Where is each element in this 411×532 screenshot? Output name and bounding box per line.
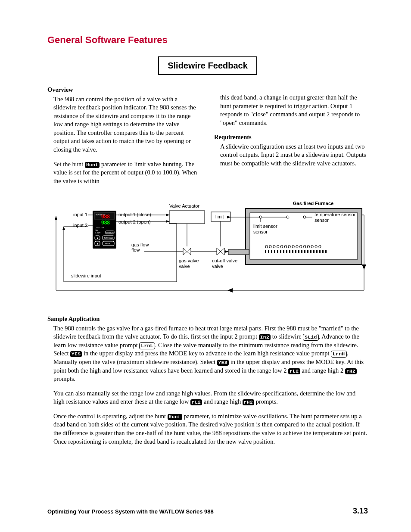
yes-chip: YES bbox=[70, 351, 82, 357]
overview-p3: this dead band, a change in output great… bbox=[220, 93, 368, 127]
svg-text:flow: flow bbox=[131, 247, 140, 252]
diagram: Gas-fired Furnace o o o o o o o o o o o … bbox=[47, 200, 368, 304]
temp-sensor-label: temperature sensor bbox=[314, 212, 356, 217]
svg-text:sensor: sensor bbox=[314, 218, 329, 223]
svg-text:▲: ▲ bbox=[96, 236, 99, 240]
overview-p2a: Set the hunt bbox=[53, 161, 85, 168]
valve-actuator-label: Valve Actuator bbox=[169, 203, 199, 208]
svg-text:988: 988 bbox=[101, 214, 110, 220]
svg-text:988: 988 bbox=[101, 220, 110, 226]
svg-text:MODE: MODE bbox=[105, 243, 110, 245]
sample-application: Sample Application The 988 controls the … bbox=[47, 315, 368, 446]
requirements-heading: Requirements bbox=[214, 133, 368, 142]
sample-p3: Once the control is operating, adjust th… bbox=[53, 412, 368, 446]
sample-p1: The 988 controls the gas valve for a gas… bbox=[53, 324, 368, 383]
svg-point-35 bbox=[303, 216, 306, 218]
furnace-title: Gas-fired Furnace bbox=[293, 201, 333, 206]
input1-label: input 1 bbox=[73, 212, 87, 217]
input2-label: input 2 bbox=[73, 223, 87, 228]
page: General Software Features Slidewire Feed… bbox=[0, 0, 411, 532]
overview-heading: Overview bbox=[47, 86, 201, 94]
rh2-chip-2: rH2 bbox=[243, 399, 254, 405]
gas-flow-label: gas flow bbox=[131, 242, 149, 247]
cutoff-label: cut-off valve bbox=[212, 258, 237, 263]
boxed-heading: Slidewire Feedback bbox=[158, 56, 257, 75]
output1-label: output 1 (close) bbox=[118, 212, 151, 217]
svg-text:DISPLAY: DISPLAY bbox=[106, 232, 114, 234]
slidewire-input-label: slidewire input bbox=[71, 273, 101, 278]
hunt-chip-2: Hunt bbox=[168, 414, 182, 420]
valve-actuator-rect bbox=[169, 211, 205, 224]
lrnl-chip: LrnL bbox=[139, 342, 155, 349]
limit-sensor-label: limit sensor bbox=[253, 224, 277, 229]
sample-p2: You can also manually set the range low … bbox=[53, 389, 368, 406]
left-column: Overview The 988 can control the positio… bbox=[47, 86, 201, 191]
rl2-chip: rL2 bbox=[288, 368, 300, 374]
svg-marker-41 bbox=[227, 288, 233, 292]
svg-text:valve: valve bbox=[212, 264, 223, 269]
svg-point-29 bbox=[259, 216, 262, 218]
svg-text:valve: valve bbox=[179, 264, 190, 269]
hunt-chip: Hunt bbox=[85, 162, 100, 168]
footer-right: 3.13 bbox=[353, 507, 368, 516]
svg-rect-1 bbox=[228, 249, 249, 255]
right-column: this dead band, a change in output great… bbox=[214, 86, 368, 191]
yes-chip-2: YES bbox=[217, 360, 229, 366]
lrnh-chip: LrnH bbox=[331, 351, 346, 358]
rl2-chip-2: rL2 bbox=[190, 399, 202, 405]
footer: Optimizing Your Process System with the … bbox=[47, 507, 368, 516]
output2-label: output 2 (open) bbox=[118, 219, 151, 224]
overview-p2: Set the hunt Hunt parameter to limit val… bbox=[53, 160, 201, 186]
rh2-chip: rH2 bbox=[345, 368, 357, 374]
requirements-p1: A slidewire configuration uses at least … bbox=[220, 143, 368, 168]
svg-text:AUTO MAN: AUTO MAN bbox=[104, 237, 113, 239]
gas-valve-label: gas valve bbox=[179, 258, 199, 263]
svg-point-32 bbox=[286, 216, 289, 218]
in2-chip: In2 bbox=[259, 334, 271, 340]
svg-text:L1  L2  L3  L4: L1 L2 L3 L4 bbox=[95, 227, 104, 229]
overview-p1: The 988 can control the position of a va… bbox=[53, 95, 201, 154]
cutoff-valve-icon bbox=[217, 248, 224, 255]
svg-text:DEV: DEV bbox=[95, 229, 99, 231]
section-title: General Software Features bbox=[47, 34, 368, 46]
svg-text:% OUT: % OUT bbox=[95, 232, 101, 234]
slid-chip: SLid bbox=[303, 334, 318, 341]
sample-heading: Sample Application bbox=[47, 315, 368, 324]
svg-marker-42 bbox=[362, 264, 366, 270]
boxed-heading-container: Slidewire Feedback bbox=[47, 56, 368, 86]
limit-label: limit bbox=[215, 214, 224, 219]
gas-valve-icon bbox=[183, 248, 191, 255]
svg-text:▼: ▼ bbox=[96, 242, 99, 245]
svg-text:sensor: sensor bbox=[253, 229, 268, 234]
svg-text:o o o o o o o o o o o o o o o: o o o o o o o o o o o o o o o bbox=[265, 243, 321, 249]
footer-left: Optimizing Your Process System with the … bbox=[47, 508, 214, 515]
two-column-block: Overview The 988 can control the positio… bbox=[47, 86, 368, 191]
